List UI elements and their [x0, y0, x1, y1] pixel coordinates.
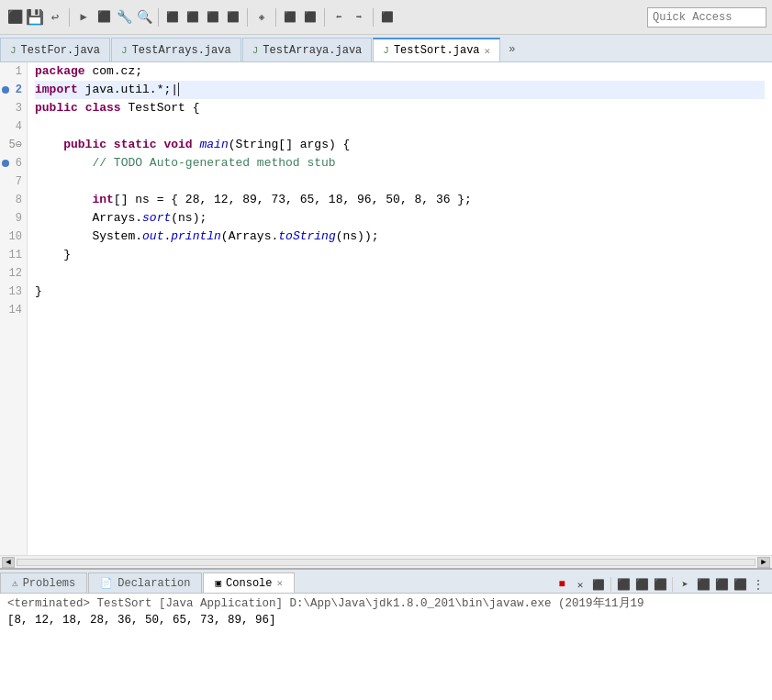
editor-scrollbar[interactable]: ◀ ▶ [0, 555, 772, 568]
console-clear-icon[interactable]: ✕ [572, 576, 588, 593]
scroll-track[interactable] [17, 559, 755, 566]
main-toolbar: ⬛ 💾 ↩ ▶ ⬛ 🔧 🔍 ⬛ ⬛ ⬛ ⬛ ◈ ⬛ ⬛ ⬅ ➡ ⬛ Quick … [0, 0, 772, 35]
console-minimize-icon[interactable]: ⬛ [713, 576, 730, 593]
console-more-icon[interactable]: ⋮ [750, 576, 766, 593]
toolbar-icon-17[interactable]: ⬛ [378, 8, 397, 27]
toolbar-icon-14[interactable]: ⬛ [301, 8, 319, 27]
tab-testarraya[interactable]: J TestArraya.java [242, 38, 373, 61]
tabs-overflow-label: » [509, 43, 515, 56]
tab-label-testarrays: TestArrays.java [132, 44, 231, 57]
quick-access-label: Quick Access [653, 11, 732, 24]
tab-label-testarraya: TestArraya.java [263, 44, 362, 57]
scroll-right-arrow[interactable]: ▶ [757, 557, 770, 568]
code-line-4 [35, 117, 765, 136]
toolbar-sep-3 [247, 8, 248, 27]
toolbar-icon-1[interactable]: ⬛ [6, 8, 24, 27]
code-line-8: int[] ns = { 28, 12, 89, 73, 65, 18, 96,… [35, 191, 765, 209]
bt-sep-2 [672, 577, 673, 592]
editor-area: 1 2 3 4 5⊖ 6 7 8 9 10 11 12 13 14 packag… [0, 62, 772, 555]
line-num-6: 6 [0, 154, 27, 172]
toolbar-icon-7[interactable]: 🔍 [135, 8, 153, 27]
line-num-2: 2 [0, 81, 27, 99]
code-content[interactable]: package com.cz; import java.util.*;| pub… [28, 62, 772, 555]
toolbar-icon-10[interactable]: ⬛ [204, 8, 222, 27]
editor-tabs-bar: J TestFor.java J TestArrays.java J TestA… [0, 35, 772, 62]
toolbar-icon-11[interactable]: ⬛ [224, 8, 242, 27]
console-paste-icon[interactable]: ⬛ [633, 576, 650, 593]
line-num-9: 9 [0, 209, 27, 228]
problems-icon: ⚠ [12, 577, 18, 589]
toolbar-icon-12[interactable]: ◈ [252, 8, 271, 27]
console-copy-icon[interactable]: ⬛ [615, 576, 632, 593]
tab-icon-testfor: J [10, 45, 17, 56]
console-stop-icon[interactable]: ■ [554, 576, 570, 593]
line-num-3: 3 [0, 99, 27, 117]
bt-sep-1 [610, 577, 611, 592]
tab-icon-testarraya: J [252, 45, 259, 56]
code-line-6: // TODO Auto-generated method stub [35, 154, 765, 172]
code-line-9: Arrays.sort(ns); [35, 209, 765, 228]
console-select-all-icon[interactable]: ⬛ [652, 576, 668, 593]
toolbar-icon-6[interactable]: 🔧 [115, 8, 133, 27]
tab-close-testsort[interactable]: ✕ [485, 45, 491, 57]
toolbar-icon-13[interactable]: ⬛ [281, 8, 299, 27]
line-num-13: 13 [0, 283, 27, 301]
tab-console[interactable]: ▣ Console ✕ [203, 572, 295, 593]
toolbar-icon-15[interactable]: ⬅ [330, 8, 348, 27]
tab-testarrays[interactable]: J TestArrays.java [111, 38, 241, 61]
line-num-7: 7 [0, 172, 27, 191]
code-line-10: System.out.println(Arrays.toString(ns)); [35, 228, 765, 246]
console-output-line: [8, 12, 18, 28, 36, 50, 65, 73, 89, 96] [7, 612, 765, 628]
toolbar-icon-5[interactable]: ⬛ [95, 8, 113, 27]
tab-label-testsort: TestSort.java [394, 44, 480, 57]
code-line-7 [35, 172, 765, 191]
tab-problems[interactable]: ⚠ Problems [0, 572, 87, 593]
bottom-panel: ⚠ Problems 📄 Declaration ▣ Console ✕ ■ ✕… [0, 568, 772, 700]
line-num-8: 8 [0, 191, 27, 209]
line-num-5: 5⊖ [0, 136, 27, 154]
toolbar-icon-8[interactable]: ⬛ [163, 8, 182, 27]
console-output: <terminated> TestSort [Java Application]… [0, 594, 772, 700]
toolbar-sep-4 [275, 8, 276, 27]
code-line-11: } [35, 246, 765, 264]
declaration-icon: 📄 [100, 577, 113, 589]
tab-problems-label: Problems [23, 577, 76, 590]
toolbar-icon-16[interactable]: ➡ [350, 8, 368, 27]
line-num-12: 12 [0, 264, 27, 283]
scroll-left-arrow[interactable]: ◀ [2, 557, 15, 568]
toolbar-icon-3[interactable]: ↩ [46, 8, 64, 27]
line-num-4: 4 [0, 117, 27, 136]
line-num-1: 1 [0, 62, 27, 81]
quick-access-input[interactable]: Quick Access [647, 7, 766, 28]
console-terminated-line: <terminated> TestSort [Java Application]… [7, 595, 765, 612]
code-line-2: import java.util.*;| [35, 81, 765, 99]
console-expand-icon[interactable]: ⬛ [732, 576, 748, 593]
console-pin-icon[interactable]: ⬛ [695, 576, 711, 593]
code-line-14 [35, 301, 765, 319]
line-numbers: 1 2 3 4 5⊖ 6 7 8 9 10 11 12 13 14 [0, 62, 28, 555]
toolbar-sep-2 [158, 8, 159, 27]
code-line-3: public class TestSort { [35, 99, 765, 117]
console-scroll-lock-icon[interactable]: ⬛ [590, 576, 607, 593]
tab-icon-testsort: J [383, 45, 389, 56]
console-open-icon[interactable]: ➤ [677, 576, 693, 593]
toolbar-sep-6 [373, 8, 374, 27]
bottom-tabs-bar: ⚠ Problems 📄 Declaration ▣ Console ✕ ■ ✕… [0, 570, 772, 594]
tab-icon-testarrays: J [121, 45, 128, 56]
line-num-11: 11 [0, 246, 27, 264]
tab-testfor[interactable]: J TestFor.java [0, 38, 110, 61]
line-num-10: 10 [0, 228, 27, 246]
console-tab-close[interactable]: ✕ [277, 577, 284, 589]
toolbar-icon-9[interactable]: ⬛ [184, 8, 202, 27]
toolbar-icon-4[interactable]: ▶ [74, 8, 93, 27]
toolbar-sep-5 [324, 8, 325, 27]
console-icon: ▣ [215, 577, 221, 589]
tab-testsort[interactable]: J TestSort.java ✕ [373, 38, 500, 61]
tab-declaration[interactable]: 📄 Declaration [88, 572, 202, 593]
tabs-overflow-button[interactable]: » [501, 38, 522, 61]
code-line-1: package com.cz; [35, 62, 765, 81]
toolbar-sep-1 [69, 8, 70, 27]
code-line-12 [35, 264, 765, 283]
console-terminated-text: <terminated> TestSort [Java Application]… [7, 597, 644, 610]
toolbar-icon-2[interactable]: 💾 [26, 8, 44, 27]
